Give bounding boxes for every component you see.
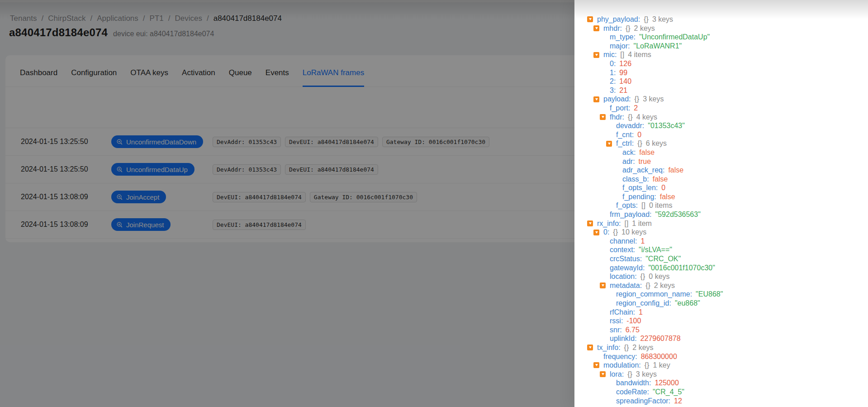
json-value: "CRC_OK" xyxy=(645,254,681,263)
json-key: mhdr: xyxy=(603,24,622,33)
caret-down-icon[interactable] xyxy=(593,230,599,235)
json-line-f-ctrl: f_ctrl:{}6 keys xyxy=(606,139,863,148)
json-container-glyph: {} xyxy=(628,113,633,122)
json-value: "0016c001f1070c30" xyxy=(648,263,715,273)
json-line-major: major:"LoRaWANR1" xyxy=(610,42,863,51)
caret-down-glyph xyxy=(602,373,604,375)
json-value: "592d536563" xyxy=(655,210,701,219)
json-key: adr: xyxy=(622,157,635,166)
json-line-uplinkid: uplinkId:2279607878 xyxy=(610,334,863,343)
json-key: codeRate: xyxy=(616,388,649,397)
json-container-glyph: {} xyxy=(640,272,645,281)
json-line-0: 0:{}10 keys xyxy=(593,228,863,237)
json-key: rx_info: xyxy=(597,219,621,228)
json-key: major: xyxy=(610,42,630,51)
caret-down-icon[interactable] xyxy=(593,25,599,31)
json-line-snr: snr:6.75 xyxy=(610,326,863,335)
json-container-glyph: [] xyxy=(624,219,628,228)
json-value: "CR_4_5" xyxy=(653,388,684,397)
caret-down-icon[interactable] xyxy=(593,362,599,368)
json-value: 12 xyxy=(674,397,682,406)
json-key: rfChain: xyxy=(610,308,635,317)
json-key: mic: xyxy=(603,50,617,59)
json-line-devaddr: devaddr:"01353c43" xyxy=(616,121,863,130)
json-child-count: 10 keys xyxy=(621,228,646,237)
json-key: devaddr: xyxy=(616,121,644,130)
json-child-count: 2 keys xyxy=(632,343,653,352)
json-line-payload: payload:{}3 keys xyxy=(593,95,863,104)
caret-down-glyph xyxy=(595,364,598,366)
caret-down-icon[interactable] xyxy=(600,283,606,288)
json-key: f_port: xyxy=(610,104,630,113)
json-key: 3: xyxy=(610,86,616,95)
json-line-tx-info: tx_info:{}2 keys xyxy=(587,343,863,352)
caret-down-glyph xyxy=(589,18,592,20)
json-child-count: 6 keys xyxy=(646,139,667,148)
json-line-crcstatus: crcStatus:"CRC_OK" xyxy=(610,254,863,263)
json-child-count: 2 keys xyxy=(634,24,655,33)
caret-down-icon[interactable] xyxy=(600,114,606,120)
json-line-f-cnt: f_cnt:0 xyxy=(616,130,863,139)
json-value: false xyxy=(639,148,655,157)
json-line-0: 0:126 xyxy=(610,59,863,68)
json-value: 21 xyxy=(619,86,627,95)
json-line-m-type: m_type:"UnconfirmedDataUp" xyxy=(610,33,863,42)
json-line-location: location:{}0 keys xyxy=(610,272,863,281)
json-key: region_config_id: xyxy=(616,299,671,308)
caret-down-glyph xyxy=(602,284,604,287)
caret-down-icon[interactable] xyxy=(587,220,593,226)
json-key: location: xyxy=(610,272,637,281)
caret-down-glyph xyxy=(595,231,598,234)
json-key: bandwidth: xyxy=(616,378,651,388)
json-key: context: xyxy=(610,245,635,254)
json-key: spreadingFactor: xyxy=(616,397,670,406)
caret-down-icon[interactable] xyxy=(587,16,593,22)
json-key: frequency: xyxy=(603,352,637,361)
json-key: metadata: xyxy=(610,281,642,290)
json-line-fhdr: fhdr:{}4 keys xyxy=(600,113,863,122)
json-container-glyph: [] xyxy=(641,201,645,210)
json-line-adr: adr:true xyxy=(622,157,863,166)
json-key: 2: xyxy=(610,77,616,86)
json-key: 0: xyxy=(603,228,609,237)
caret-down-icon[interactable] xyxy=(593,96,599,102)
json-value: "i/sLVA==" xyxy=(639,245,672,254)
caret-down-icon[interactable] xyxy=(587,345,593,350)
json-value: 2279607878 xyxy=(640,334,681,343)
json-line-frequency: frequency:868300000 xyxy=(603,352,863,361)
json-line-f-opts: f_opts:[]0 items xyxy=(616,201,863,210)
json-container-glyph: {} xyxy=(645,361,650,370)
json-line-rssi: rssi:-100 xyxy=(610,316,863,326)
json-value: -100 xyxy=(626,316,641,326)
json-line-mic: mic:[]4 items xyxy=(593,50,863,59)
json-key: modulation: xyxy=(603,361,641,370)
caret-down-icon[interactable] xyxy=(593,52,599,58)
caret-down-glyph xyxy=(589,222,592,225)
json-line-rfchain: rfChain:1 xyxy=(610,308,863,317)
json-value: 6.75 xyxy=(626,326,640,335)
json-key: rssi: xyxy=(610,316,623,326)
json-value: "01353c43" xyxy=(648,121,685,130)
json-line-f-port: f_port:2 xyxy=(610,104,863,113)
json-key: 1: xyxy=(610,68,616,77)
json-child-count: 3 keys xyxy=(652,15,673,24)
json-container-glyph: {} xyxy=(645,281,650,290)
json-line-gatewayid: gatewayId:"0016c001f1070c30" xyxy=(610,263,863,273)
json-line-bandwidth: bandwidth:125000 xyxy=(616,378,863,388)
json-child-count: 0 items xyxy=(649,201,673,210)
caret-down-icon[interactable] xyxy=(606,141,612,147)
json-container-glyph: {} xyxy=(635,95,640,104)
json-key: class_b: xyxy=(622,175,649,184)
caret-down-icon[interactable] xyxy=(600,371,606,377)
json-key: uplinkId: xyxy=(610,334,637,343)
json-line-ack: ack:false xyxy=(622,148,863,157)
json-value: 0 xyxy=(637,130,641,139)
json-line-region-config-id: region_config_id:"eu868" xyxy=(616,299,863,308)
json-key: crcStatus: xyxy=(610,254,642,263)
json-container-glyph: {} xyxy=(624,343,629,352)
json-line-f-pending: f_pending:false xyxy=(622,192,863,201)
json-key: f_cnt: xyxy=(616,130,634,139)
json-child-count: 0 keys xyxy=(649,272,669,281)
json-child-count: 3 keys xyxy=(643,95,664,104)
json-value: true xyxy=(639,157,651,166)
